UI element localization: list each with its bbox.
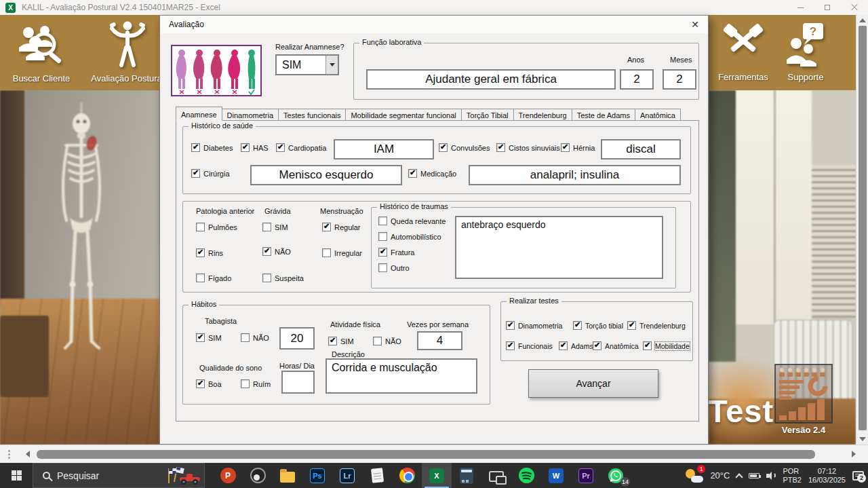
checkbox-teste-anatomica[interactable]: Anatômica bbox=[593, 341, 639, 350]
taskbar-calculator[interactable] bbox=[452, 463, 481, 488]
chevron-down-icon bbox=[330, 63, 335, 67]
checkbox-figado[interactable]: Fígado bbox=[196, 274, 231, 282]
taskbar-premiere[interactable]: Pr bbox=[571, 463, 601, 488]
vertical-scrollbar-thumb[interactable] bbox=[859, 26, 867, 430]
checkbox-has[interactable]: HAS bbox=[241, 143, 269, 152]
clock[interactable]: 07:12 16/03/2025 bbox=[808, 467, 846, 485]
vezes-input[interactable]: 4 bbox=[417, 331, 462, 350]
tab-anamnese[interactable]: Anamnese bbox=[176, 107, 222, 121]
toolbar-avaliacao-postural[interactable]: Avaliação Postural bbox=[88, 20, 167, 83]
checkbox-gravida-suspeita[interactable]: Suspeita bbox=[262, 274, 304, 282]
checkbox-teste-torcao-tibial[interactable]: Torção tibial bbox=[573, 321, 623, 330]
taskbar-whatsapp[interactable]: 14 bbox=[601, 463, 631, 488]
checkbox-fratura[interactable]: Fratura bbox=[378, 248, 414, 257]
speaker-icon[interactable] bbox=[766, 472, 776, 480]
taskbar-notepad[interactable] bbox=[362, 463, 392, 488]
checkbox-hernia[interactable]: Hérnia bbox=[561, 143, 595, 152]
close-button[interactable] bbox=[841, 0, 868, 15]
weather-icon[interactable]: 1 bbox=[686, 468, 703, 484]
vertical-scrollbar[interactable] bbox=[856, 15, 868, 445]
language-indicator[interactable]: POR PTB2 bbox=[783, 467, 802, 485]
taskbar-file-explorer[interactable] bbox=[273, 463, 302, 488]
taskbar-screen-mirror[interactable] bbox=[481, 463, 511, 488]
taskbar-excel-active[interactable]: X bbox=[422, 463, 452, 488]
checkbox-cirurgia[interactable]: Cirúrgia bbox=[191, 169, 230, 178]
toolbar-supporte[interactable]: ? Supporte bbox=[777, 22, 834, 82]
hernia-desc-input[interactable]: discal bbox=[601, 139, 681, 159]
avancar-button[interactable]: Avançar bbox=[528, 369, 658, 398]
cardiopatia-desc-input[interactable]: IAM bbox=[334, 139, 434, 159]
checkbox-cardiopatia[interactable]: Cardiopatia bbox=[276, 143, 326, 152]
tab-dinamometria[interactable]: Dinamometria bbox=[222, 109, 279, 121]
checkbox-tabagista-sim[interactable]: SIM bbox=[196, 333, 222, 342]
scroll-right-arrow[interactable] bbox=[852, 451, 856, 457]
cigarros-input[interactable]: 20 bbox=[279, 327, 315, 350]
checkbox-teste-funcionais[interactable]: Funcionais bbox=[506, 341, 553, 350]
restore-button[interactable] bbox=[814, 0, 841, 15]
cirurgia-desc-input[interactable]: Menisco esquerdo bbox=[250, 165, 402, 185]
notification-center-icon[interactable]: 2 bbox=[852, 471, 864, 481]
checkbox-label: Medicação bbox=[420, 170, 456, 178]
taskbar-lightroom[interactable]: Lr bbox=[332, 463, 362, 488]
tab-torcao-tibial[interactable]: Torção Tibial bbox=[461, 109, 514, 121]
horas-input[interactable] bbox=[281, 371, 315, 394]
start-button[interactable] bbox=[0, 463, 33, 488]
checkbox-menstruacao-regular[interactable]: Regular bbox=[322, 223, 361, 231]
checkbox-atividade-nao[interactable]: NÃO bbox=[373, 337, 401, 345]
taskbar-search[interactable]: Pesquisar bbox=[33, 463, 205, 488]
descricao-text-area[interactable]: Corrida e musculação bbox=[326, 358, 477, 394]
funcao-laborativa-input[interactable]: Ajudante geral em fábrica bbox=[366, 69, 616, 90]
checkbox-automobilistico[interactable]: Automobilístico bbox=[378, 232, 441, 241]
checkbox-teste-trendelenburg[interactable]: Trendelenburg bbox=[627, 321, 686, 330]
taskbar-chrome[interactable] bbox=[392, 463, 422, 488]
checkbox-atividade-sim[interactable]: SIM bbox=[328, 337, 354, 345]
taskbar-powerpoint[interactable]: P bbox=[213, 463, 243, 488]
tab-mobilidade-segmentar[interactable]: Mobilidade segmentar funcional bbox=[345, 109, 461, 121]
medicacao-desc-input[interactable]: analapril; insulina bbox=[469, 165, 681, 185]
dialog-close-button[interactable]: ✕ bbox=[688, 18, 703, 31]
checkbox-gravida-nao[interactable]: NÃO bbox=[262, 247, 291, 256]
checkbox-sono-ruim[interactable]: Ruím bbox=[241, 379, 271, 388]
checkbox-label: SIM bbox=[340, 337, 354, 345]
horizontal-scrollbar[interactable] bbox=[0, 445, 868, 463]
tray-chevron-up-icon[interactable] bbox=[736, 473, 743, 481]
checkbox-pulmoes[interactable]: Pulmões bbox=[196, 223, 237, 231]
toolbar-buscar-cliente[interactable]: Buscar Cliente bbox=[4, 22, 79, 83]
checkbox-rins[interactable]: Rins bbox=[196, 248, 223, 257]
checkbox-teste-dinamometria[interactable]: Dinamometria bbox=[506, 321, 562, 330]
scroll-left-arrow[interactable] bbox=[26, 451, 30, 457]
checkbox-diabetes[interactable]: Diabetes bbox=[191, 143, 233, 152]
meses-input[interactable]: 2 bbox=[663, 69, 696, 90]
tab-teste-de-adams[interactable]: Teste de Adams bbox=[572, 109, 635, 121]
checkbox-gravida-sim[interactable]: SIM bbox=[262, 223, 288, 231]
checkbox-tabagista-nao[interactable]: NÃO bbox=[241, 333, 269, 342]
horas-dia-label: Horas/ Dia bbox=[279, 362, 315, 370]
checkbox-cistos-sinuviais[interactable]: Cistos sinuviais bbox=[496, 143, 560, 152]
checkbox-queda-relevante[interactable]: Queda relevante bbox=[378, 217, 446, 225]
minimize-button[interactable] bbox=[787, 0, 814, 15]
traumas-text-area[interactable]: antebraço esquerdo bbox=[455, 216, 663, 279]
tab-trendelenburg[interactable]: Trendelenburg bbox=[513, 109, 572, 121]
tab-testes-funcionais[interactable]: Testes funcionais bbox=[278, 109, 346, 121]
checkbox-outro[interactable]: Outro bbox=[378, 263, 410, 272]
checkbox-teste-mobilidade[interactable]: Mobilidade bbox=[643, 341, 690, 350]
checkbox-medicacao[interactable]: Medicação bbox=[408, 169, 456, 178]
horizontal-scrollbar-thumb[interactable] bbox=[37, 450, 815, 459]
anamnese-dropdown[interactable]: SIM bbox=[275, 54, 339, 75]
taskbar-obs[interactable] bbox=[243, 463, 273, 488]
checkbox-menstruacao-irregular[interactable]: Irregular bbox=[322, 248, 362, 257]
checkbox-sono-boa[interactable]: Boa bbox=[196, 379, 222, 388]
battery-icon[interactable] bbox=[749, 473, 760, 478]
anos-input[interactable]: 2 bbox=[620, 69, 654, 90]
checkbox-teste-adams[interactable]: Adams bbox=[559, 341, 593, 350]
taskbar-word[interactable]: W bbox=[541, 463, 571, 488]
scroll-up-arrow[interactable] bbox=[859, 18, 866, 22]
splitter-handle[interactable] bbox=[8, 450, 10, 460]
checkbox-convulsoes[interactable]: Convulsões bbox=[439, 143, 490, 152]
dropdown-button[interactable] bbox=[326, 56, 338, 74]
tab-anatomica[interactable]: Anatômica bbox=[635, 109, 681, 121]
taskbar-photoshop[interactable]: Ps bbox=[302, 463, 332, 488]
toolbar-ferramentas[interactable]: Ferramentas bbox=[707, 22, 780, 82]
taskbar-spotify[interactable] bbox=[511, 463, 541, 488]
scroll-down-arrow[interactable] bbox=[859, 437, 866, 441]
